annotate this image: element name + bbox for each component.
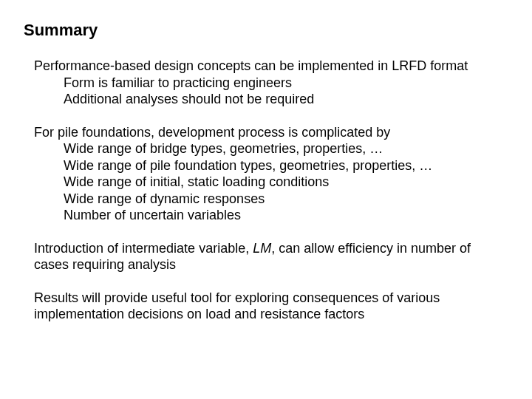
text-pre: Introduction of intermediate variable, <box>34 241 253 256</box>
sub-form-familiar: Form is familiar to practicing engineers <box>34 75 508 92</box>
sub-uncertain-variables: Number of uncertain variables <box>34 207 508 224</box>
content-area: Performance-based design concepts can be… <box>24 58 508 323</box>
block-intermediate-variable: Introduction of intermediate variable, L… <box>34 240 508 273</box>
page-title: Summary <box>24 21 508 40</box>
sub-static-loading: Wide range of initial, static loading co… <box>34 174 508 191</box>
block-lrfd: Performance-based design concepts can be… <box>34 58 508 108</box>
block-pile-foundations: For pile foundations, development proces… <box>34 124 508 224</box>
sub-bridge-types: Wide range of bridge types, geometries, … <box>34 140 508 157</box>
sub-additional-analyses: Additional analyses should not be requir… <box>34 91 508 108</box>
text-results: Results will provide useful tool for exp… <box>34 290 440 322</box>
lead-pile: For pile foundations, development proces… <box>34 124 508 141</box>
sub-dynamic-responses: Wide range of dynamic responses <box>34 191 508 208</box>
variable-lm: LM <box>253 241 271 256</box>
block-results: Results will provide useful tool for exp… <box>34 290 508 323</box>
sub-pile-types: Wide range of pile foundation types, geo… <box>34 157 508 174</box>
lead-lrfd: Performance-based design concepts can be… <box>34 58 508 75</box>
